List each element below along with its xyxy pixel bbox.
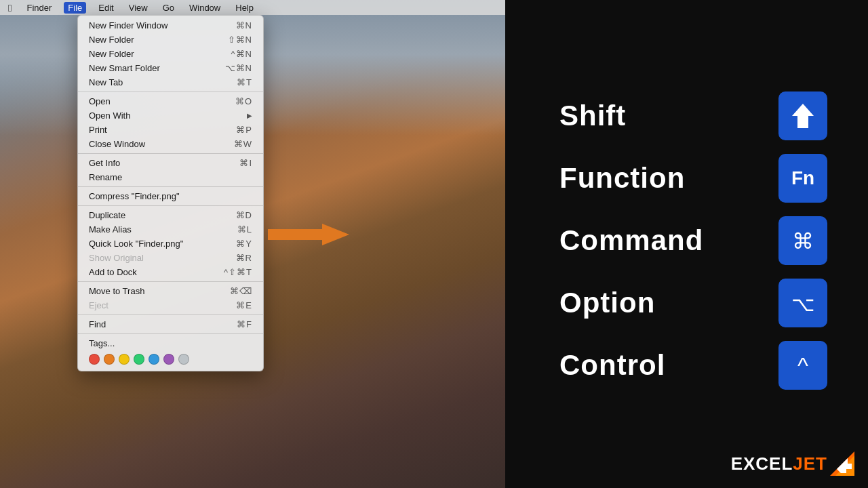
key-badge-shift <box>778 92 827 140</box>
tags-color-row <box>78 350 263 368</box>
svg-text:⌘: ⌘ <box>792 229 814 253</box>
control-icon: ^ <box>788 350 818 380</box>
option-icon: ⌥ <box>788 288 818 318</box>
exceljet-excel-text: EXCEL <box>731 453 793 474</box>
tag-green[interactable] <box>134 354 144 365</box>
menu-item-new-folder-shift[interactable]: New Folder ⇧⌘N <box>78 33 263 47</box>
key-label-function: Function <box>559 162 778 195</box>
key-label-shift: Shift <box>559 100 778 132</box>
svg-marker-1 <box>792 104 814 128</box>
menu-item-new-folder-ctrl[interactable]: New Folder ^⌘N <box>78 47 263 61</box>
key-badge-function: Fn <box>778 154 827 203</box>
menu-item-rename[interactable]: Rename <box>78 170 263 184</box>
separator-3 <box>78 186 263 187</box>
key-row-option: Option ⌥ <box>559 279 827 327</box>
svg-text:^: ^ <box>797 352 808 378</box>
menu-edit[interactable]: Edit <box>96 3 116 13</box>
key-badge-control: ^ <box>778 341 827 390</box>
key-label-command: Command <box>559 224 778 257</box>
menu-item-new-smart-folder[interactable]: New Smart Folder ⌥⌘N <box>78 61 263 75</box>
menu-item-new-finder-window[interactable]: New Finder Window ⌘N <box>78 18 263 33</box>
key-label-option: Option <box>559 287 778 319</box>
menu-item-print[interactable]: Print ⌘P <box>78 123 263 137</box>
tag-red[interactable] <box>89 354 100 365</box>
separator-2 <box>78 153 263 154</box>
apple-menu[interactable]:  <box>5 2 14 14</box>
exceljet-arrow-icon <box>830 451 854 476</box>
menu-help[interactable]: Help <box>233 3 256 13</box>
menu-go[interactable]: Go <box>160 3 177 13</box>
file-menu-dropdown: New Finder Window ⌘N New Folder ⇧⌘N New … <box>77 15 264 371</box>
key-row-shift: Shift <box>559 92 827 140</box>
key-badge-option: ⌥ <box>778 279 827 327</box>
menu-window[interactable]: Window <box>186 3 223 13</box>
menu-finder[interactable]: Finder <box>24 3 54 13</box>
exceljet-jet-text: JET <box>793 453 827 474</box>
menu-bar:  Finder File Edit View Go Window Help <box>0 0 505 15</box>
arrow-annotation <box>268 224 349 245</box>
tag-gray[interactable] <box>178 354 189 365</box>
key-row-command: Command ⌘ <box>559 216 827 265</box>
menu-item-make-alias[interactable]: Make Alias ⌘L <box>78 222 263 237</box>
key-row-function: Function Fn <box>559 154 827 203</box>
separator-4 <box>78 205 263 206</box>
menu-item-close-window[interactable]: Close Window ⌘W <box>78 137 263 151</box>
menu-item-tags[interactable]: Tags... <box>78 336 263 350</box>
right-panel: Shift Function Fn Command ⌘ Option ⌥ <box>505 0 868 488</box>
fn-text: Fn <box>791 167 814 189</box>
menu-file[interactable]: File <box>64 2 86 14</box>
menu-view[interactable]: View <box>126 3 151 13</box>
menu-item-new-tab[interactable]: New Tab ⌘T <box>78 75 263 89</box>
menu-item-eject: Eject ⌘E <box>78 298 263 312</box>
menu-item-show-original: Show Original ⌘R <box>78 251 263 265</box>
key-label-control: Control <box>559 349 778 382</box>
menu-item-add-to-dock[interactable]: Add to Dock ^⇧⌘T <box>78 265 263 279</box>
tag-purple[interactable] <box>163 354 174 365</box>
menu-item-open-with[interactable]: Open With ▶ <box>78 108 263 123</box>
exceljet-logo: EXCEL JET <box>731 451 854 476</box>
svg-text:⌥: ⌥ <box>791 293 815 315</box>
tag-blue[interactable] <box>149 354 159 365</box>
separator-7 <box>78 333 263 334</box>
command-icon: ⌘ <box>788 226 818 256</box>
svg-marker-0 <box>268 224 349 245</box>
menu-item-duplicate[interactable]: Duplicate ⌘D <box>78 208 263 222</box>
tag-yellow[interactable] <box>119 354 130 365</box>
shift-icon <box>788 101 818 131</box>
separator-1 <box>78 92 263 92</box>
menu-item-open[interactable]: Open ⌘O <box>78 94 263 108</box>
menu-item-compress[interactable]: Compress "Finder.png" <box>78 189 263 203</box>
key-row-control: Control ^ <box>559 341 827 390</box>
separator-6 <box>78 314 263 315</box>
tag-orange[interactable] <box>104 354 115 365</box>
separator-5 <box>78 281 263 282</box>
key-badge-command: ⌘ <box>778 216 827 265</box>
menu-item-quick-look[interactable]: Quick Look "Finder.png" ⌘Y <box>78 237 263 251</box>
menu-item-find[interactable]: Find ⌘F <box>78 317 263 331</box>
menu-item-get-info[interactable]: Get Info ⌘I <box>78 156 263 170</box>
menu-item-move-to-trash[interactable]: Move to Trash ⌘⌫ <box>78 284 263 298</box>
